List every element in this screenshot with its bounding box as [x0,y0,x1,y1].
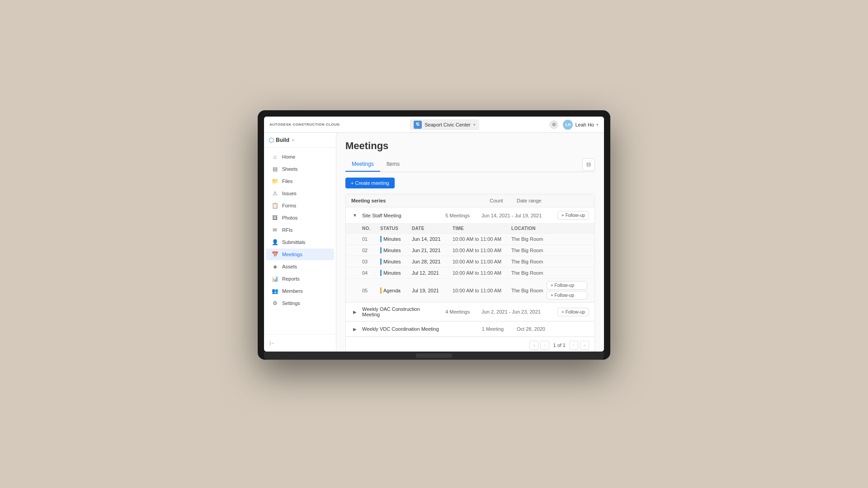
row-date: Jun 21, 2021 [412,248,453,253]
tabs-list: Meetings Items [345,157,406,172]
col-status: Status [380,226,412,231]
status-label: Agenda [383,288,401,293]
sidebar-item-submittals[interactable]: 👤 Submittals [266,236,334,248]
sidebar-item-meetings[interactable]: 📅 Meetings [266,249,334,260]
first-page-button[interactable]: « [529,341,538,350]
last-page-button[interactable]: » [580,341,589,350]
status-label: Minutes [383,270,401,276]
sidebar-item-reports[interactable]: 📊 Reports [266,273,334,285]
status-label: Minutes [383,248,401,253]
sidebar-item-home[interactable]: ⌂ Home [266,151,334,163]
series-date-range: Jun 2, 2021 - Jun 23, 2021 [481,309,554,314]
sidebar-nav: ⌂ Home ▤ Sheets 📁 Files ⚠ Issues [264,148,336,334]
series-count: 1 Meeting [472,326,513,332]
header-date-range: Date range [517,198,589,203]
meeting-group-site-staff: ▼ Site Staff Meeting 5 Meetings Jun 14, … [346,207,594,302]
sidebar-item-sheets[interactable]: ▤ Sheets [266,163,334,175]
collapse-sidebar-button[interactable]: |← [264,338,336,348]
row-actions: + Follow-up + Follow-up [547,281,587,300]
status-indicator [380,287,382,294]
project-name: Seaport Civic Center [425,122,471,127]
sidebar-item-photos[interactable]: 🖼 Photos [266,212,334,224]
files-icon: 📁 [271,178,278,184]
tab-items[interactable]: Items [380,157,406,172]
settings-icon[interactable]: ⚙ [549,120,558,129]
sidebar-item-label: Members [282,288,303,294]
sidebar-item-label: Assets [282,264,297,269]
row-number: 04 [362,270,380,276]
row-status: Minutes [380,270,412,276]
top-bar-left: AUTODESK CONSTRUCTION CLOUD [269,122,340,127]
build-icon: ⬡ [269,136,274,144]
tab-meetings[interactable]: Meetings [345,157,380,172]
row-follow-up-button-2[interactable]: + Follow-up [547,291,587,300]
project-selector[interactable]: 🏗 Seaport Civic Center ▾ [410,119,479,130]
row-follow-up-button[interactable]: + Follow-up [547,281,587,290]
row-status: Agenda [380,287,412,294]
row-time: 10:00 AM to 11:00 AM [453,236,511,242]
members-icon: 👥 [271,288,278,294]
row-time: 10:00 AM to 11:00 AM [453,248,511,253]
sidebar-item-label: Forms [282,203,296,208]
series-name: Weekly VDC Coordination Meeting [362,326,469,332]
sidebar-item-label: Files [282,178,292,184]
follow-up-button[interactable]: + Follow-up [557,308,589,316]
status-label: Minutes [383,236,401,242]
meeting-sub-table: No. Status Date Time Location 01 [346,223,594,302]
sidebar-item-label: Photos [282,215,297,221]
meeting-series-header-site-staff[interactable]: ▼ Site Staff Meeting 5 Meetings Jun 14, … [346,207,594,223]
table-row[interactable]: 01 Minutes Jun 14, 2021 10:00 AM to 11:0… [346,234,594,245]
reports-icon: 📊 [271,276,278,282]
sidebar-item-label: Settings [282,300,300,306]
rfis-icon: ✉ [271,227,278,233]
filter-icon: ⊟ [586,161,591,168]
expand-icon: ▶ [351,308,359,315]
meeting-series-header-vdc[interactable]: ▶ Weekly VDC Coordination Meeting 1 Meet… [346,321,594,336]
table-row[interactable]: 02 Minutes Jun 21, 2021 10:00 AM to 11:0… [346,245,594,256]
series-date-range: Oct 28, 2020 [517,326,589,332]
row-location: The Big Room [511,248,587,253]
tabs-bar: Meetings Items ⊟ [345,157,595,172]
next-page-button[interactable]: › [569,341,578,350]
sidebar-item-files[interactable]: 📁 Files [266,175,334,187]
user-name: Leah Ho [575,122,594,127]
prev-page-button[interactable]: ‹ [540,341,549,350]
main-content: Meetings Meetings Items ⊟ + Create meeti… [336,133,604,352]
row-date: Jun 14, 2021 [412,236,453,242]
app-layout: ⬡ Build ▾ ⌂ Home ▤ Sheets 📁 [264,133,604,352]
build-label: Build [276,137,289,143]
sidebar-item-members[interactable]: 👥 Members [266,285,334,297]
table-row[interactable]: 05 Agenda Jul 19, 2021 10:00 AM to 11:00… [346,279,594,302]
row-status: Minutes [380,258,412,265]
row-number: 03 [362,259,380,264]
sidebar-item-assets[interactable]: ◈ Assets [266,261,334,272]
status-indicator [380,236,382,242]
meetings-icon: 📅 [271,251,278,258]
follow-up-button[interactable]: + Follow-up [557,211,589,220]
sidebar-item-forms[interactable]: 📋 Forms [266,200,334,211]
submittals-icon: 👤 [271,239,278,245]
user-avatar: LH [563,120,573,130]
user-badge[interactable]: LH Leah Ho ▾ [563,120,599,130]
status-label: Minutes [383,259,401,264]
expand-icon: ▶ [351,325,359,333]
sidebar-item-issues[interactable]: ⚠ Issues [266,188,334,199]
table-row[interactable]: 04 Minutes Jul 12, 2021 10:00 AM to 11:0… [346,267,594,279]
status-indicator [380,247,382,253]
col-location: Location [511,226,587,231]
series-name: Site Staff Meeting [362,213,434,218]
row-status: Minutes [380,247,412,253]
meetings-table: Meeting series Count Date range ▼ Site S… [345,194,595,352]
filter-button[interactable]: ⊟ [582,158,595,171]
create-meeting-button[interactable]: + Create meeting [345,178,395,188]
build-menu[interactable]: ⬡ Build ▾ [264,133,336,148]
sidebar-item-label: Reports [282,276,300,282]
sub-table-header: No. Status Date Time Location [346,224,594,234]
col-date: Date [412,226,453,231]
sidebar-item-settings[interactable]: ⚙ Settings [266,297,334,309]
table-row[interactable]: 03 Minutes Jun 28, 2021 10:00 AM to 11:0… [346,256,594,267]
meeting-series-header-oac[interactable]: ▶ Weekly OAC Construction Meeting 4 Meet… [346,302,594,321]
sidebar-item-rfis[interactable]: ✉ RFIs [266,224,334,236]
row-number: 05 [362,288,380,293]
header-meeting-series: Meeting series [351,198,476,203]
